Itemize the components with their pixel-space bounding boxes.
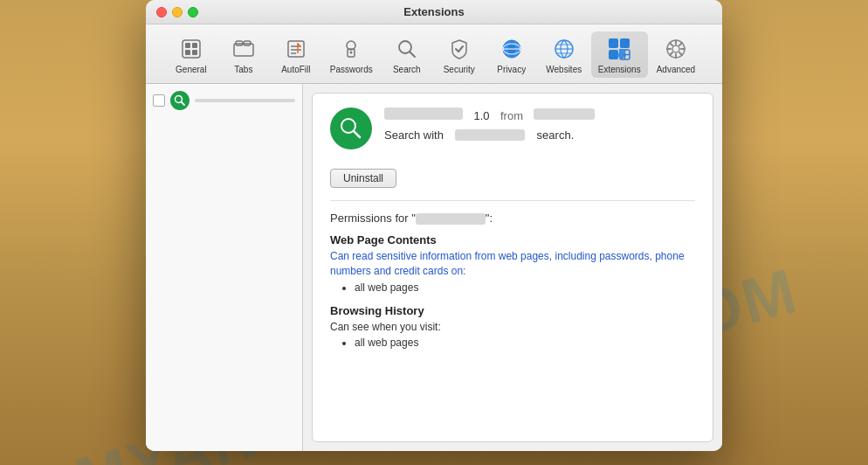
- extension-info: 1.0 from Search with search.: [384, 108, 695, 142]
- close-button[interactable]: [156, 7, 167, 17]
- perm-web-title: Web Page Contents: [330, 233, 695, 246]
- permissions-for-suffix: ":: [486, 212, 493, 225]
- svg-rect-0: [183, 40, 200, 58]
- search-with-label: Search with: [384, 128, 444, 142]
- svg-rect-1: [185, 43, 190, 48]
- perm-history-desc: Can see when you visit:: [330, 320, 695, 335]
- websites-label: Websites: [546, 65, 582, 74]
- toolbar-item-passwords[interactable]: Passwords: [323, 31, 380, 78]
- advanced-icon: [662, 35, 690, 63]
- sidebar-extension-name: [195, 99, 295, 102]
- svg-line-18: [410, 52, 415, 58]
- security-label: Security: [444, 65, 475, 74]
- extension-source-redacted: [534, 108, 595, 120]
- svg-rect-28: [609, 38, 618, 48]
- search-suffix: search.: [537, 128, 575, 142]
- sidebar: [146, 84, 303, 451]
- svg-rect-4: [192, 50, 197, 55]
- permissions-for-label: Permissions for ": [330, 212, 416, 225]
- uninstall-button[interactable]: Uninstall: [330, 169, 396, 188]
- toolbar-item-search[interactable]: Search: [382, 31, 432, 78]
- toolbar-item-general[interactable]: General: [166, 31, 217, 78]
- svg-point-36: [672, 45, 679, 52]
- extension-header: 1.0 from Search with search.: [330, 108, 695, 149]
- perm-history-title: Browsing History: [330, 304, 695, 317]
- toolbar-item-privacy[interactable]: Privacy: [486, 31, 537, 78]
- perm-web-item-0: all web pages: [355, 281, 695, 294]
- main-panel: 1.0 from Search with search.: [312, 93, 713, 442]
- websites-icon: [550, 35, 578, 63]
- perm-web-desc: Can read sensitive information from web …: [330, 249, 695, 279]
- toolbar-item-advanced[interactable]: Advanced: [650, 31, 702, 78]
- extensions-label: Extensions: [598, 65, 641, 74]
- perm-history-list: all web pages: [330, 337, 695, 349]
- passwords-icon: [337, 35, 365, 63]
- tabs-icon: [230, 35, 258, 63]
- svg-line-41: [670, 43, 672, 45]
- svg-line-42: [679, 52, 682, 55]
- uninstall-button-container: Uninstall: [330, 162, 695, 200]
- svg-point-16: [350, 52, 353, 54]
- general-icon: [177, 35, 205, 63]
- extension-desc-name-redacted: [455, 129, 525, 141]
- window: Extensions General: [146, 0, 722, 451]
- extension-checkbox[interactable]: [153, 94, 165, 107]
- titlebar: Extensions: [146, 0, 722, 24]
- extensions-icon: [605, 35, 633, 63]
- svg-line-20: [458, 46, 463, 52]
- privacy-label: Privacy: [497, 65, 526, 74]
- svg-line-43: [679, 43, 682, 45]
- extension-name-redacted: [384, 108, 463, 120]
- extension-name-row: 1.0 from: [384, 108, 695, 123]
- permissions-ext-name-redacted: [416, 213, 486, 225]
- toolbar-item-tabs[interactable]: Tabs: [218, 31, 269, 78]
- sidebar-extension-icon: [170, 91, 189, 110]
- svg-rect-8: [288, 41, 304, 57]
- privacy-icon: [498, 35, 526, 63]
- tabs-label: Tabs: [234, 65, 252, 74]
- extension-from-label: from: [500, 109, 523, 122]
- content-area: 1.0 from Search with search.: [146, 84, 722, 451]
- sidebar-header: [153, 91, 295, 110]
- svg-line-48: [354, 131, 360, 137]
- extension-icon-large: [330, 108, 372, 149]
- toolbar-item-extensions[interactable]: Extensions: [591, 31, 648, 78]
- toolbar-item-websites[interactable]: Websites: [539, 31, 589, 78]
- svg-rect-2: [192, 43, 197, 48]
- perm-web-list: all web pages: [330, 281, 695, 294]
- perm-group-browsing-history: Browsing History Can see when you visit:…: [330, 304, 695, 350]
- traffic-lights: [156, 7, 198, 17]
- extension-description: Search with search.: [384, 127, 695, 142]
- general-label: General: [176, 65, 207, 74]
- passwords-label: Passwords: [330, 65, 373, 74]
- autofill-label: AutoFill: [281, 65, 310, 74]
- svg-line-44: [670, 52, 672, 55]
- toolbar-item-autofill[interactable]: AutoFill: [271, 31, 321, 78]
- search-label: Search: [393, 65, 421, 74]
- minimize-button[interactable]: [172, 7, 183, 17]
- perm-group-web-page-contents: Web Page Contents Can read sensitive inf…: [330, 233, 695, 294]
- window-title: Extensions: [403, 5, 464, 18]
- toolbar-item-security[interactable]: Security: [434, 31, 485, 78]
- security-icon: [445, 35, 473, 63]
- maximize-button[interactable]: [188, 7, 198, 17]
- svg-rect-30: [609, 50, 618, 59]
- perm-history-item-0: all web pages: [355, 337, 695, 349]
- permissions-title: Permissions for "":: [330, 212, 695, 225]
- svg-line-46: [182, 102, 185, 106]
- search-icon: [393, 35, 421, 63]
- svg-rect-29: [620, 38, 630, 48]
- extension-version: 1.0: [473, 109, 489, 122]
- toolbar: General Tabs: [146, 24, 722, 84]
- advanced-label: Advanced: [657, 65, 695, 74]
- svg-rect-3: [185, 50, 190, 55]
- permissions-section: Permissions for "": Web Page Contents Ca…: [330, 200, 695, 349]
- autofill-icon: [282, 35, 310, 63]
